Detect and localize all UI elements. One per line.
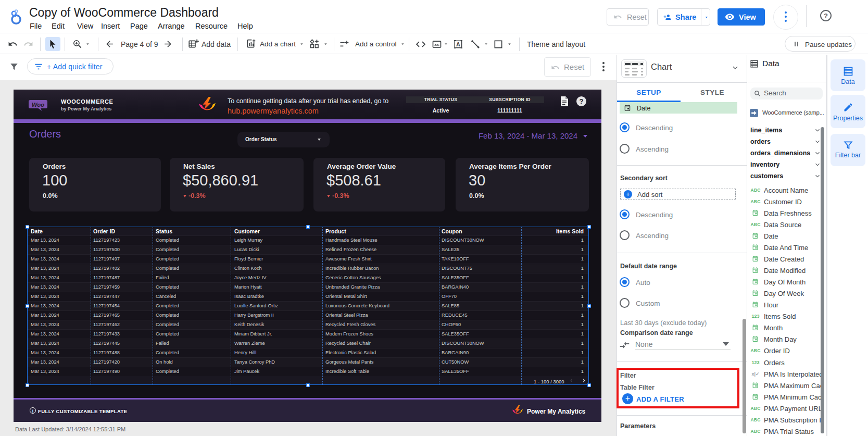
svg-text:A: A <box>456 41 460 47</box>
svg-text:Woo: Woo <box>32 102 45 108</box>
svg-text:?: ? <box>824 12 828 20</box>
